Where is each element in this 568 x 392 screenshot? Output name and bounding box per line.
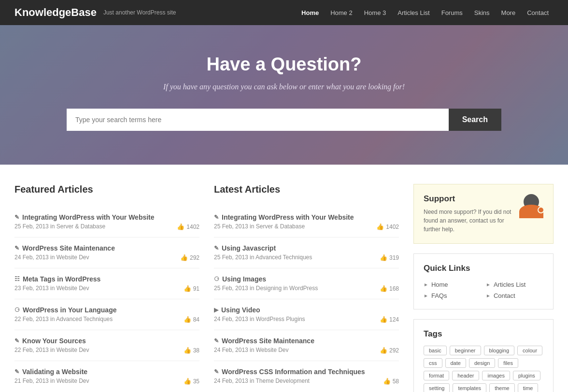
- thumbs-up-icon: 👍: [184, 285, 191, 292]
- article-left: ▶ Using Video 24 Feb, 2013 in WordPress …: [214, 306, 380, 322]
- arrow-icon: ►: [486, 293, 491, 298]
- article-left: ✎ Validating a Website 21 Feb, 2013 in W…: [14, 368, 184, 384]
- article-title-link[interactable]: ⚆ WordPress in Your Language: [14, 306, 184, 314]
- article-likes: 👍 1402: [376, 213, 399, 230]
- article-title: Know Your Sources: [22, 337, 86, 345]
- quick-link-faqs[interactable]: ► FAQs: [424, 292, 481, 299]
- tag-item[interactable]: templates: [453, 383, 486, 392]
- quick-link-contact[interactable]: ► Contact: [486, 292, 543, 299]
- like-count: 1402: [186, 224, 199, 230]
- latest-articles-column: Latest Articles ✎ Integrating WordPress …: [214, 184, 399, 392]
- article-title: WordPress in Your Language: [23, 306, 116, 314]
- tag-item[interactable]: header: [452, 371, 479, 380]
- search-input[interactable]: [67, 109, 449, 131]
- tag-item[interactable]: time: [518, 383, 539, 392]
- article-meta: 24 Feb, 2013 in Theme Development: [214, 378, 383, 384]
- article-icon: ✎: [214, 337, 219, 344]
- tag-item[interactable]: date: [445, 358, 466, 368]
- like-count: 292: [190, 254, 199, 261]
- article-left: ✎ WordPress Site Maintenance 24 Feb, 201…: [214, 337, 380, 353]
- tag-item[interactable]: images: [482, 371, 510, 380]
- featured-title: Featured Articles: [14, 184, 199, 195]
- like-count: 84: [193, 316, 199, 323]
- article-icon: ✎: [14, 245, 19, 252]
- article-title-link[interactable]: ▶ Using Video: [214, 306, 380, 314]
- hero-section: Have a Question? If you have any questio…: [0, 25, 568, 165]
- article-title-link[interactable]: ✎ Integrating WordPress with Your Websit…: [214, 213, 376, 221]
- article-icon: ✎: [14, 337, 19, 344]
- article-title-link[interactable]: ✎ WordPress CSS Information and Techniqu…: [214, 368, 383, 376]
- latest-title: Latest Articles: [214, 184, 399, 195]
- nav-skins[interactable]: Skins: [469, 6, 495, 19]
- hero-title: Have a Question?: [14, 54, 554, 75]
- article-likes: 👍 58: [383, 368, 399, 385]
- nav-articles-list[interactable]: Articles List: [393, 6, 434, 19]
- article-left: ✎ Integrating WordPress with Your Websit…: [14, 213, 177, 230]
- article-likes: 👍 38: [184, 337, 199, 354]
- article-left: ✎ Know Your Sources 22 Feb, 2013 in Webs…: [14, 337, 184, 353]
- quick-links-grid: ► Home ► Articles List ► FAQs ► Contact: [424, 281, 543, 299]
- tag-item[interactable]: design: [469, 358, 495, 368]
- article-meta: 22 Feb, 2013 in Advanced Techniques: [14, 316, 184, 322]
- article-icon: ✎: [14, 214, 19, 221]
- thumbs-up-icon: 👍: [177, 223, 185, 230]
- article-meta: 22 Feb, 2013 in Website Dev: [14, 347, 184, 353]
- quick-links-title: Quick Links: [424, 264, 543, 273]
- tag-item[interactable]: basic: [424, 346, 447, 355]
- list-item: ✎ WordPress Site Maintenance 24 Feb, 201…: [214, 330, 399, 361]
- article-title-link[interactable]: ✎ Using Javascript: [214, 244, 380, 252]
- thumbs-up-icon: 👍: [184, 378, 191, 385]
- like-count: 35: [193, 378, 199, 385]
- tag-item[interactable]: blogging: [484, 346, 515, 355]
- featured-list: ✎ Integrating WordPress with Your Websit…: [14, 207, 199, 392]
- list-item: ✎ Using Javascript 25 Feb, 2013 in Advan…: [214, 238, 399, 268]
- nav-contact[interactable]: Contact: [522, 6, 554, 19]
- tag-item[interactable]: css: [424, 358, 442, 368]
- article-title-link[interactable]: ✎ Validating a Website: [14, 368, 184, 376]
- article-icon: ▶: [214, 307, 218, 313]
- article-meta: 24 Feb, 2013 in WordPress Plugins: [214, 316, 380, 322]
- article-title-link[interactable]: ⚆ Using Images: [214, 275, 380, 283]
- article-meta: 25 Feb, 2013 in Server & Database: [214, 223, 376, 230]
- tag-item[interactable]: plugins: [513, 371, 540, 380]
- article-title: Validating a Website: [22, 368, 87, 376]
- list-item: ⚆ WordPress in Your Language 22 Feb, 201…: [14, 299, 199, 330]
- tag-item[interactable]: beginner: [450, 346, 481, 355]
- nav-home[interactable]: Home: [297, 6, 324, 19]
- main-nav: Home Home 2 Home 3 Articles List Forums …: [297, 6, 554, 19]
- like-count: 319: [389, 254, 399, 261]
- list-item: ✎ WordPress CSS Information and Techniqu…: [214, 361, 399, 392]
- search-button[interactable]: Search: [449, 109, 501, 131]
- article-title-link[interactable]: ✎ WordPress Site Maintenance: [214, 337, 380, 345]
- tag-item[interactable]: colour: [517, 346, 542, 355]
- nav-home2[interactable]: Home 2: [326, 6, 357, 19]
- article-title-link[interactable]: ✎ WordPress Site Maintenance: [14, 244, 180, 252]
- tag-item[interactable]: setting: [424, 383, 450, 392]
- article-title-link[interactable]: ✎ Know Your Sources: [14, 337, 184, 345]
- article-title-link[interactable]: ✎ Integrating WordPress with Your Websit…: [14, 213, 177, 221]
- tag-item[interactable]: format: [424, 371, 449, 380]
- quick-link-articles[interactable]: ► Articles List: [486, 281, 543, 288]
- tag-item[interactable]: files: [498, 358, 518, 368]
- article-icon: ✎: [14, 368, 19, 375]
- list-item: ✎ Integrating WordPress with Your Websit…: [214, 207, 399, 238]
- quick-link-home[interactable]: ► Home: [424, 281, 481, 288]
- article-likes: 👍 1402: [177, 213, 199, 230]
- thumbs-up-icon: 👍: [380, 316, 387, 323]
- article-left: ⚆ Using Images 25 Feb, 2013 in Designing…: [214, 275, 380, 292]
- article-meta: 21 Feb, 2013 in Website Dev: [14, 378, 184, 384]
- tag-item[interactable]: theme: [489, 383, 515, 392]
- sidebar: Support Need more support? If you did no…: [413, 184, 554, 392]
- article-left: ⚆ WordPress in Your Language 22 Feb, 201…: [14, 306, 184, 322]
- nav-forums[interactable]: Forums: [437, 6, 468, 19]
- list-item: ✎ Validating a Website 21 Feb, 2013 in W…: [14, 361, 199, 392]
- article-likes: 👍 168: [380, 275, 399, 292]
- featured-articles-column: Featured Articles ✎ Integrating WordPres…: [14, 184, 199, 392]
- article-left: ✎ WordPress CSS Information and Techniqu…: [214, 368, 383, 384]
- nav-more[interactable]: More: [497, 6, 521, 19]
- nav-home3[interactable]: Home 3: [359, 6, 391, 19]
- list-item: ▶ Using Video 24 Feb, 2013 in WordPress …: [214, 299, 399, 330]
- arrow-icon: ►: [424, 293, 428, 298]
- article-title-link[interactable]: ☷ Meta Tags in WordPress: [14, 275, 184, 283]
- article-title: Using Video: [221, 306, 260, 314]
